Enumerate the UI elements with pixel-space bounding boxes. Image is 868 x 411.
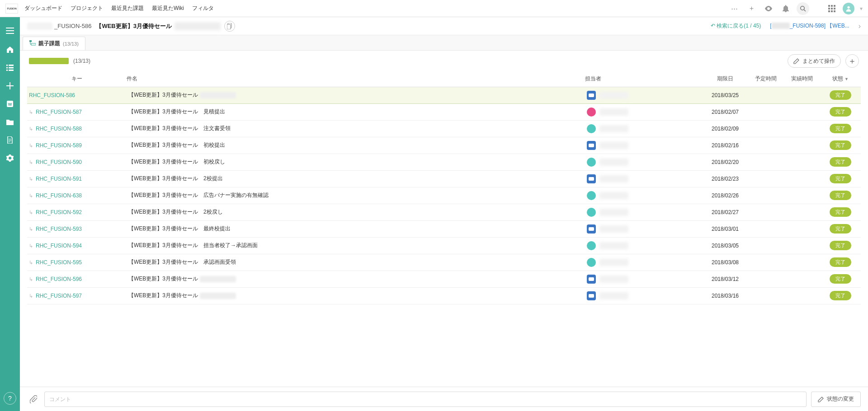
- cell-estimated: [748, 187, 784, 204]
- cell-estimated: [748, 170, 784, 187]
- col-due[interactable]: 期限日: [703, 71, 748, 87]
- assignee-avatar-icon: [587, 241, 596, 250]
- sidebar-list-icon[interactable]: [0, 59, 20, 77]
- cell-actual: [784, 187, 820, 204]
- table-row[interactable]: ↳RHC_FUSION-592【WEB更新】3月優待セール 2校戻しxxxx20…: [27, 204, 861, 220]
- user-menu-caret-icon[interactable]: ▾: [860, 5, 863, 12]
- issue-key-link[interactable]: RHC_FUSION-592: [36, 209, 82, 215]
- table-row[interactable]: ↳RHC_FUSION-597【WEB更新】3月優待セールxxxx2018/03…: [27, 287, 861, 304]
- sidebar-doc-icon[interactable]: [0, 131, 20, 149]
- sidebar-home-icon[interactable]: [0, 41, 20, 59]
- issue-key-link[interactable]: RHC_FUSION-593: [36, 226, 82, 232]
- hierarchy-icon: [29, 40, 36, 47]
- col-key[interactable]: キー: [27, 71, 127, 87]
- add-child-button[interactable]: ＋: [845, 54, 859, 68]
- child-arrow-icon: ↳: [29, 176, 33, 182]
- tab-parent-child[interactable]: 親子課題 (13/13): [23, 37, 85, 50]
- sidebar-wiki-icon[interactable]: W: [0, 95, 20, 113]
- issue-key-link[interactable]: RHC_FUSION-589: [36, 142, 82, 149]
- status-pill: 完了: [830, 274, 851, 284]
- cell-due: 2018/02/20: [703, 154, 748, 170]
- table-row[interactable]: ↳RHC_FUSION-591【WEB更新】3月優待セール 2校提出xxxx20…: [27, 170, 861, 187]
- issue-key-link[interactable]: RHC_FUSION-595: [36, 259, 82, 266]
- svg-rect-8: [31, 43, 36, 45]
- cell-estimated: [748, 254, 784, 271]
- table-row[interactable]: ↳RHC_FUSION-638【WEB更新】3月優待セール 広告バナー実施の有無…: [27, 187, 861, 204]
- issue-key-link[interactable]: RHC_FUSION-597: [36, 293, 82, 299]
- table-row[interactable]: ↳RHC_FUSION-590【WEB更新】3月優待セール 初校戻しxxxx20…: [27, 154, 861, 170]
- issue-key-link[interactable]: RHC_FUSION-638: [36, 192, 82, 199]
- child-arrow-icon: ↳: [29, 143, 33, 148]
- copy-button[interactable]: [224, 21, 235, 32]
- sidebar-add-icon[interactable]: [0, 77, 20, 95]
- nav-filter[interactable]: フィルタ: [192, 5, 214, 12]
- next-issue-link[interactable]: [XXX_FUSION-598] 【WEB...: [770, 22, 849, 30]
- issue-key-link[interactable]: RHC_FUSION-587: [36, 109, 82, 115]
- cell-estimated: [748, 271, 784, 287]
- assignee-name-redacted: xxxx: [599, 142, 628, 149]
- add-icon[interactable]: ＋: [745, 2, 758, 15]
- issue-key-link[interactable]: RHC_FUSION-596: [36, 276, 82, 282]
- subject-text: 【WEB更新】3月優待セール: [128, 92, 198, 98]
- cell-subject: 【WEB更新】3月優待セール 広告バナー実施の有無確認: [127, 187, 585, 204]
- table-row[interactable]: ↳RHC_FUSION-595【WEB更新】3月優待セール 承認画面受領xxxx…: [27, 254, 861, 271]
- back-to-search-link[interactable]: 検索に戻る(1 / 45): [711, 22, 761, 30]
- col-status[interactable]: 状態▼: [820, 71, 861, 87]
- assignee-avatar-icon: [587, 107, 596, 117]
- issue-title: 【WEB更新】3月優待セール: [96, 22, 172, 30]
- cell-assignee: xxxx: [585, 103, 703, 120]
- status-change-button[interactable]: 状態の変更: [811, 392, 861, 407]
- cell-assignee: xxxx: [585, 87, 703, 103]
- comment-input[interactable]: [44, 392, 807, 407]
- bulk-action-button[interactable]: まとめて操作: [788, 54, 841, 68]
- table-row[interactable]: RHC_FUSION-586【WEB更新】3月優待セールxxxx2018/03/…: [27, 87, 861, 103]
- table-row[interactable]: ↳RHC_FUSION-594【WEB更新】3月優待セール 担当者校了→承認画面…: [27, 237, 861, 254]
- nav-recent-issues[interactable]: 最近見た課題: [111, 5, 144, 12]
- cell-key: ↳RHC_FUSION-597: [27, 287, 127, 304]
- table-row[interactable]: ↳RHC_FUSION-593【WEB更新】3月優待セール 最終校提出xxxx2…: [27, 220, 861, 237]
- issue-key-link[interactable]: RHC_FUSION-594: [36, 243, 82, 249]
- issue-key-link[interactable]: RHC_FUSION-586: [29, 92, 75, 98]
- attachment-icon[interactable]: [27, 393, 40, 406]
- apps-icon[interactable]: [826, 2, 838, 15]
- table-row[interactable]: ↳RHC_FUSION-589【WEB更新】3月優待セール 初校提出xxxx20…: [27, 137, 861, 154]
- progress-count: (13/13): [73, 58, 90, 64]
- watch-icon[interactable]: [762, 2, 775, 15]
- assignee-avatar-icon: [587, 141, 596, 150]
- subject-text: 【WEB更新】3月優待セール 2校戻し: [128, 209, 223, 215]
- col-estimated[interactable]: 予定時間: [748, 71, 784, 87]
- sidebar-help-icon[interactable]: ?: [4, 392, 16, 405]
- nav-recent-wiki[interactable]: 最近見たWiki: [152, 5, 184, 12]
- col-subject[interactable]: 件名: [127, 71, 585, 87]
- cell-estimated: [748, 137, 784, 154]
- status-pill: 完了: [830, 191, 851, 200]
- table-row[interactable]: ↳RHC_FUSION-596【WEB更新】3月優待セールxxxx2018/03…: [27, 271, 861, 287]
- col-actual[interactable]: 実績時間: [784, 71, 820, 87]
- cell-status: 完了: [820, 204, 861, 220]
- app-logo[interactable]: FUSION: [5, 4, 18, 14]
- subject-text: 【WEB更新】3月優待セール 広告バナー実施の有無確認: [128, 192, 269, 198]
- cell-status: 完了: [820, 170, 861, 187]
- table-row[interactable]: ↳RHC_FUSION-587【WEB更新】3月優待セール 見積提出xxxx20…: [27, 103, 861, 120]
- cell-estimated: [748, 220, 784, 237]
- status-pill: 完了: [830, 174, 851, 183]
- child-arrow-icon: ↳: [29, 193, 33, 198]
- subject-text: 【WEB更新】3月優待セール 最終校提出: [128, 225, 231, 232]
- search-icon[interactable]: [797, 2, 809, 15]
- nav-dashboard[interactable]: ダッシュボード: [24, 5, 62, 12]
- cell-due: 2018/02/26: [703, 187, 748, 204]
- sidebar-toggle-icon[interactable]: [0, 21, 20, 41]
- sidebar-file-icon[interactable]: [0, 113, 20, 131]
- issue-key-link[interactable]: RHC_FUSION-588: [36, 126, 82, 132]
- user-avatar[interactable]: [843, 3, 854, 14]
- next-issue-arrow-icon[interactable]: ›: [859, 22, 861, 30]
- col-assignee[interactable]: 担当者: [585, 71, 703, 87]
- issue-key-link[interactable]: RHC_FUSION-590: [36, 159, 82, 165]
- table-row[interactable]: ↳RHC_FUSION-588【WEB更新】3月優待セール 注文書受領xxxx2…: [27, 120, 861, 137]
- issue-key-link[interactable]: RHC_FUSION-591: [36, 176, 82, 182]
- more-icon[interactable]: ⋯: [728, 2, 741, 15]
- sidebar-settings-icon[interactable]: [0, 149, 20, 167]
- nav-project[interactable]: プロジェクト: [71, 5, 103, 12]
- bell-icon[interactable]: [779, 2, 792, 15]
- subject-text: 【WEB更新】3月優待セール 初校戻し: [128, 159, 225, 165]
